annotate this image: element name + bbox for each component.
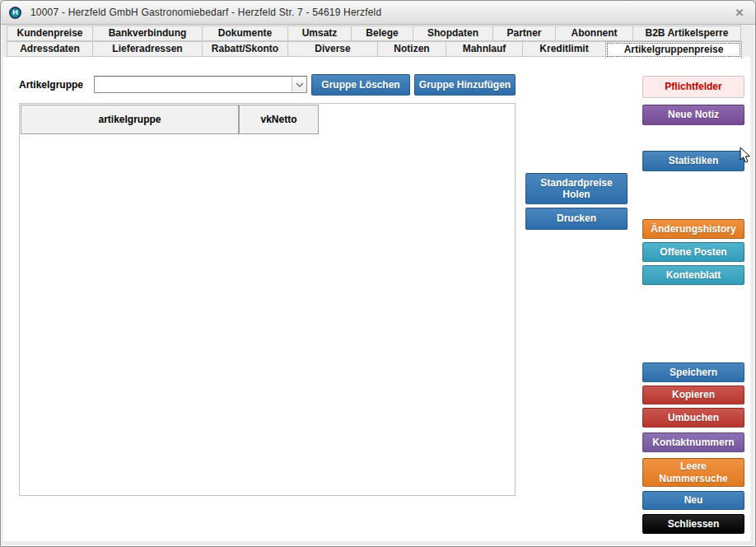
- tab-abonnent[interactable]: Abonnent: [555, 26, 633, 41]
- column-header-vknetto[interactable]: vkNetto: [239, 105, 319, 134]
- application-window: H 10007 - Herzfeld GmbH Gastronomiebedar…: [0, 0, 756, 547]
- tab-row-1: Kundenpreise Bankverbindung Dokumente Um…: [7, 26, 749, 41]
- aenderungshistory-button[interactable]: Änderungshistory: [642, 219, 744, 239]
- tab-umsatz[interactable]: Umsatz: [287, 26, 352, 41]
- gruppe-loeschen-button[interactable]: Gruppe Löschen: [311, 74, 410, 96]
- tab-mahnlauf[interactable]: Mahnlauf: [446, 41, 523, 57]
- standardpreise-holen-button[interactable]: Standardpreise Holen: [525, 173, 628, 204]
- tab-diverse[interactable]: Diverse: [287, 41, 378, 57]
- drucken-button[interactable]: Drucken: [525, 208, 628, 230]
- kontaktnummern-button[interactable]: Kontaktnummern: [642, 432, 744, 452]
- chevron-down-icon[interactable]: [292, 77, 306, 92]
- speichern-button[interactable]: Speichern: [642, 362, 744, 382]
- title-bar: H 10007 - Herzfeld GmbH Gastronomiebedar…: [1, 1, 755, 25]
- window-title: 10007 - Herzfeld GmbH Gastronomiebedarf …: [30, 7, 381, 18]
- artikelgruppe-input[interactable]: [95, 77, 292, 92]
- artikelgruppen-table: artikelgruppe vkNetto: [19, 103, 516, 496]
- tab-shopdaten[interactable]: Shopdaten: [413, 26, 493, 41]
- kontenblatt-button[interactable]: Kontenblatt: [642, 265, 744, 285]
- tab-rabatt-skonto[interactable]: Rabatt/Skonto: [202, 41, 288, 57]
- statistiken-button[interactable]: Statistiken: [642, 151, 744, 171]
- tab-adressdaten[interactable]: Adressdaten: [7, 41, 93, 57]
- tab-lieferadressen[interactable]: Lieferadressen: [92, 41, 203, 57]
- umbuchen-button[interactable]: Umbuchen: [642, 408, 744, 428]
- leere-nummersuche-button[interactable]: Leere Nummersuche: [642, 458, 744, 487]
- tab-partner[interactable]: Partner: [492, 26, 556, 41]
- tab-dokumente[interactable]: Dokumente: [202, 26, 288, 41]
- gruppe-hinzufuegen-button[interactable]: Gruppe Hinzufügen: [414, 74, 516, 96]
- tab-bankverbindung[interactable]: Bankverbindung: [92, 26, 203, 41]
- pflichtfelder-button[interactable]: Pflichtfelder: [642, 76, 744, 98]
- tab-artikelgruppenpreise[interactable]: Artikelgruppenpreise: [605, 41, 742, 58]
- neue-notiz-button[interactable]: Neue Notiz: [642, 105, 744, 125]
- close-icon[interactable]: ✕: [732, 6, 747, 21]
- column-header-artikelgruppe[interactable]: artikelgruppe: [21, 105, 239, 134]
- artikelgruppe-combobox[interactable]: [94, 76, 307, 93]
- app-icon: H: [9, 7, 21, 19]
- neu-button[interactable]: Neu: [642, 491, 744, 510]
- tab-belege[interactable]: Belege: [351, 26, 413, 41]
- kopieren-button[interactable]: Kopieren: [642, 386, 744, 404]
- tab-notizen[interactable]: Notizen: [377, 41, 446, 57]
- mouse-cursor: [740, 147, 751, 167]
- tab-kreditlimit[interactable]: Kreditlimit: [522, 41, 606, 57]
- offene-posten-button[interactable]: Offene Posten: [642, 242, 744, 262]
- artikelgruppe-label: Artikelgruppe: [19, 79, 83, 91]
- tab-kundenpreise[interactable]: Kundenpreise: [7, 26, 93, 41]
- tab-row-2: Adressdaten Lieferadressen Rabatt/Skonto…: [7, 41, 749, 57]
- schliessen-button[interactable]: Schliessen: [642, 514, 744, 534]
- tab-b2b-artikelsperre[interactable]: B2B Artikelsperre: [632, 26, 741, 41]
